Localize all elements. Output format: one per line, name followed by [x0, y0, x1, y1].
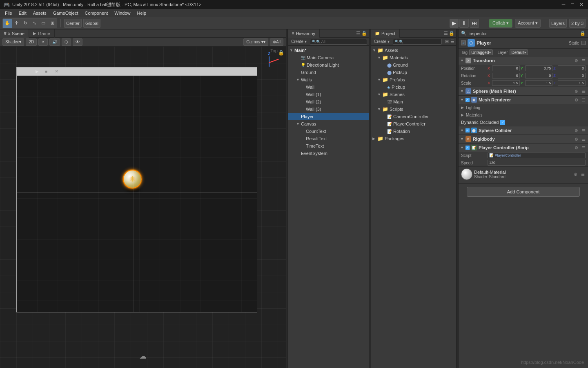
comp-menu-icon[interactable]: ☰: [581, 88, 586, 94]
pivot-space-button[interactable]: Global: [83, 19, 100, 28]
rigidbody-header[interactable]: ▼ ⊛ Rigidbody ⚙ ☰: [459, 135, 588, 143]
dynamic-occluded-checkbox[interactable]: ✓: [500, 120, 505, 125]
project-tab[interactable]: 📁 Project: [371, 29, 400, 38]
tag-dropdown[interactable]: Untagged: [469, 49, 492, 55]
tool-rect[interactable]: ▭: [39, 19, 48, 28]
hierarchy-item-resulttext[interactable]: ResultText: [288, 135, 369, 142]
project-menu-icon[interactable]: ☰: [444, 31, 448, 36]
menu-file[interactable]: File: [2, 9, 16, 17]
expand-arrow[interactable]: [377, 78, 382, 82]
comp-menu-icon[interactable]: ☰: [581, 136, 586, 142]
project-item-assets[interactable]: 📁 Assets: [371, 47, 456, 54]
expand-arrow[interactable]: [296, 122, 301, 126]
project-lock-icon[interactable]: 🔒: [449, 31, 454, 36]
comp-menu-icon[interactable]: ☰: [581, 128, 586, 133]
hierarchy-item-ground[interactable]: Ground: [288, 69, 369, 76]
vfx-button[interactable]: ⬡: [62, 38, 71, 46]
comp-settings-icon[interactable]: ⚙: [573, 128, 579, 133]
material-edit-icon[interactable]: ⚙: [572, 171, 578, 177]
player-controller-header[interactable]: ▼ ✓ 📝 Player Controller (Scrip ⚙ ☰: [459, 144, 588, 152]
scale-z-field[interactable]: 1.5: [558, 80, 586, 86]
object-name-field[interactable]: Player: [477, 40, 567, 46]
comp-settings-icon[interactable]: ⚙: [573, 58, 579, 63]
pause-scene-button[interactable]: ■: [42, 67, 50, 75]
tool-move[interactable]: ✛: [12, 19, 21, 28]
script-checkbox[interactable]: ✓: [466, 146, 470, 150]
collider-checkbox[interactable]: ✓: [466, 128, 470, 132]
mesh-filter-header[interactable]: ▼ △ Sphere (Mesh Filter) ⚙ ☰: [459, 87, 588, 95]
hierarchy-create-button[interactable]: Create ▾: [290, 39, 308, 44]
static-checkbox[interactable]: [581, 41, 586, 45]
pause-button[interactable]: ⏸: [459, 19, 469, 28]
comp-menu-icon[interactable]: ☰: [581, 97, 586, 103]
project-item-main-scene[interactable]: 🎬 Main: [371, 98, 456, 105]
transform-header[interactable]: ▼ ⟳ Transform ⚙ ☰: [459, 56, 588, 65]
renderer-checkbox[interactable]: ✓: [466, 98, 470, 102]
project-item-scripts[interactable]: 📁 Scripts: [371, 105, 456, 113]
comp-menu-icon[interactable]: ☰: [581, 145, 586, 150]
scale-x-field[interactable]: 1.5: [492, 80, 520, 86]
hierarchy-item-main-camera[interactable]: 📷 Main Camera: [288, 54, 369, 61]
rot-y-field[interactable]: 0: [525, 73, 553, 79]
pos-z-field[interactable]: 0: [558, 65, 586, 71]
menu-edit[interactable]: Edit: [16, 9, 30, 17]
inspector-lock-icon[interactable]: 🔒: [580, 31, 586, 36]
scale-y-field[interactable]: 1.5: [525, 80, 553, 86]
lighting-row[interactable]: Lighting: [459, 104, 588, 111]
shader-value[interactable]: Standard: [489, 175, 506, 179]
expand-arrow[interactable]: [377, 56, 382, 60]
account-button[interactable]: Account ▾: [515, 19, 541, 28]
game-tab[interactable]: ▶ Game: [29, 29, 55, 38]
menu-assets[interactable]: Assets: [30, 9, 50, 17]
shading-mode-button[interactable]: Shaded: [2, 38, 24, 46]
audio-button[interactable]: 🔊: [49, 38, 60, 46]
expand-arrow[interactable]: [377, 92, 382, 96]
expand-arrow[interactable]: [296, 78, 301, 82]
gizmos-button[interactable]: Gizmos ▾: [243, 38, 268, 46]
layers-button[interactable]: Layers: [549, 19, 567, 28]
project-item-packages[interactable]: 📁 Packages: [371, 135, 456, 142]
project-icon-btn2[interactable]: ☰: [450, 39, 454, 44]
comp-settings-icon[interactable]: ⚙: [573, 136, 579, 142]
pos-x-field[interactable]: 0: [492, 65, 520, 71]
tool-scale[interactable]: ⤡: [30, 19, 39, 28]
comp-menu-icon[interactable]: ☰: [581, 58, 586, 63]
material-menu-icon[interactable]: ☰: [580, 171, 586, 177]
maximize-button[interactable]: □: [569, 1, 576, 8]
search-scene-button[interactable]: ⊕All: [270, 38, 283, 46]
close-scene-button[interactable]: ✕: [53, 68, 59, 74]
hierarchy-item-dir-light[interactable]: 💡 Directional Light: [288, 61, 369, 69]
close-button[interactable]: ✕: [578, 1, 585, 8]
project-icon-btn1[interactable]: ⊞: [445, 39, 449, 44]
active-checkbox[interactable]: ✓: [461, 40, 466, 45]
hierarchy-menu-icon[interactable]: ☰: [356, 31, 361, 36]
materials-expand[interactable]: [461, 113, 466, 117]
comp-settings-icon[interactable]: ⚙: [573, 145, 579, 150]
collab-button[interactable]: Collab ▾: [489, 19, 512, 28]
sphere-collider-header[interactable]: ▼ ✓ ⬤ Sphere Collider ⚙ ☰: [459, 126, 588, 135]
minimize-button[interactable]: ─: [560, 1, 567, 8]
scene-view[interactable]: Top 🔒 Z ▶ ■ ✕: [0, 47, 286, 368]
play-button[interactable]: ▶: [450, 19, 459, 28]
menu-component[interactable]: Component: [81, 9, 111, 17]
project-item-playercontroller[interactable]: 📝 PlayerController: [371, 120, 456, 128]
lighting-expand[interactable]: [461, 105, 466, 110]
mesh-renderer-header[interactable]: ▼ ✓ ▣ Mesh Renderer ⚙ ☰: [459, 96, 588, 104]
tool-rotate[interactable]: ↻: [21, 19, 30, 28]
hierarchy-item-timetext[interactable]: TimeText: [288, 142, 369, 150]
project-item-materials[interactable]: 📁 Materials: [371, 54, 456, 61]
comp-settings-icon[interactable]: ⚙: [573, 88, 579, 94]
project-item-scenes[interactable]: 📁 Scenes: [371, 91, 456, 98]
tool-hand[interactable]: ✋: [3, 19, 12, 28]
pos-y-field[interactable]: 0.75: [525, 65, 553, 71]
project-create-button[interactable]: Create ▾: [372, 39, 391, 44]
layer-dropdown[interactable]: Default: [510, 49, 528, 55]
project-item-cameracontroller[interactable]: 📝 CameraController: [371, 113, 456, 120]
project-item-pickup-prefab[interactable]: ◈ Pickup: [371, 83, 456, 91]
comp-settings-icon[interactable]: ⚙: [573, 97, 579, 103]
hierarchy-item-canvas[interactable]: Canvas: [288, 120, 369, 128]
project-search[interactable]: 🔍: [393, 39, 442, 45]
project-item-prefabs[interactable]: 📁 Prefabs: [371, 76, 456, 83]
project-item-ground[interactable]: ⬤ Ground: [371, 61, 456, 69]
hierarchy-item-walls[interactable]: Walls: [288, 76, 369, 83]
